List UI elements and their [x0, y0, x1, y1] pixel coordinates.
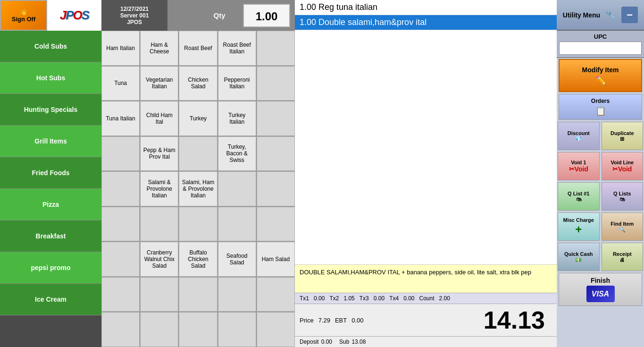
copy-icon: ⊞ — [620, 136, 624, 142]
qty-value[interactable]: 1.00 — [243, 4, 290, 27]
quick-cash-label: Quick Cash — [564, 251, 593, 257]
category-list: Cold Subs Hot Subs Hunting Specials Gril… — [0, 31, 101, 347]
category-hot-subs[interactable]: Hot Subs — [0, 62, 101, 94]
orders-button[interactable]: Orders — [559, 94, 642, 120]
category-breakfast[interactable]: Breakfast — [0, 220, 101, 252]
ebt-value: 0.00 — [351, 317, 363, 324]
orders-label: Orders — [591, 98, 610, 104]
menu-item-turkey[interactable]: Turkey — [179, 101, 217, 136]
menu-item-salami-ham-provolone[interactable]: Salami, Ham & Provolone Italian — [179, 171, 217, 206]
menu-item-empty-5 — [179, 136, 217, 171]
count-value: 2.00 — [439, 295, 450, 302]
order-list: 1.00 Reg tuna italian 1.00 Double salami… — [295, 0, 557, 264]
tx1-value: 0.00 — [314, 295, 325, 302]
category-pizza[interactable]: Pizza — [0, 189, 101, 220]
sign-off-icon: 👋 — [20, 8, 27, 16]
deposit-value: 0.00 — [321, 339, 332, 345]
category-grill-items[interactable]: Grill Items — [0, 126, 101, 157]
gem-icon: 💎 — [575, 136, 582, 142]
menu-item-empty-15 — [101, 242, 140, 277]
cash-icon: 💵 — [575, 257, 582, 263]
misc-charge-button[interactable]: Misc Charge — [558, 212, 600, 241]
menu-item-chicken-salad[interactable]: Chicken Salad — [179, 66, 217, 101]
receipt-button[interactable]: Receipt 🖨 — [602, 243, 644, 271]
menu-item-ham-salad[interactable]: Ham Salad — [257, 242, 295, 277]
category-ice-cream[interactable]: Ice Cream — [0, 284, 101, 315]
qlist-row: Q List #1 🛍 Q Lists 🛍 — [557, 181, 644, 212]
menu-item-empty-12 — [179, 207, 217, 242]
menu-item-empty-18 — [179, 277, 217, 312]
misc-finditem-row: Misc Charge Find Item 🔍 — [557, 212, 644, 242]
qlists-button[interactable]: Q Lists 🛍 — [602, 182, 644, 211]
menu-item-empty-3 — [257, 101, 295, 136]
tx4-label: Tx4 — [389, 295, 399, 302]
menu-item-child-ham[interactable]: Child Ham Ital — [140, 101, 178, 136]
menu-item-empty-23 — [179, 312, 217, 347]
category-cold-subs[interactable]: Cold Subs — [0, 31, 101, 62]
void-line-label: Void Line — [611, 160, 634, 165]
menu-item-roast-beef[interactable]: Roast Beef — [179, 31, 217, 66]
count-label: Count — [419, 295, 435, 302]
duplicate-button[interactable]: Duplicate ⊞ — [602, 122, 644, 150]
find-item-button[interactable]: Find Item 🔍 — [602, 212, 644, 241]
upc-label: UPC — [559, 33, 642, 40]
menu-item-empty-14 — [257, 207, 295, 242]
menu-item-turkey-bacon[interactable]: Turkey, Bacon & Swiss — [218, 136, 256, 171]
menu-item-empty-2 — [257, 66, 295, 101]
minus-button[interactable]: − — [621, 7, 638, 23]
utility-menu-button[interactable]: Utility Menu 🔧 − — [557, 0, 644, 31]
menu-item-empty-16 — [101, 277, 140, 312]
menu-item-tuna[interactable]: Tuna — [101, 66, 140, 101]
menu-item-ham-cheese[interactable]: Ham & Cheese — [140, 31, 178, 66]
menu-item-empty-24 — [218, 312, 256, 347]
menu-item-empty-13 — [218, 207, 256, 242]
category-pepsi-promo[interactable]: pepsi promo — [0, 252, 101, 284]
print-icon: 🖨 — [619, 257, 625, 262]
void1-icon: ✂Void — [569, 165, 588, 173]
category-hunting-specials[interactable]: Hunting Specials — [0, 94, 101, 126]
category-fried-foods[interactable]: Fried Foods — [0, 157, 101, 189]
void1-label: Void 1 — [571, 160, 586, 165]
finish-button[interactable]: Finish VISA — [559, 273, 642, 306]
menu-item-turkey-italian[interactable]: Turkey Italian — [218, 101, 256, 136]
duplicate-label: Duplicate — [611, 130, 634, 136]
menu-item-empty-8 — [218, 171, 256, 206]
menu-item-cranberry-walnut[interactable]: Cranberry Walnut Chix Salad — [140, 242, 178, 277]
receipt-label: Receipt — [613, 251, 632, 257]
menu-item-seafood-salad[interactable]: Seafood Salad — [218, 242, 256, 277]
qty-label: Qty — [201, 11, 238, 19]
menu-item-tuna-italian[interactable]: Tuna Italian — [101, 101, 140, 136]
utility-label: Utility Menu — [563, 11, 600, 19]
tx4-value: 0.00 — [403, 295, 414, 302]
plus-icon — [575, 223, 582, 236]
upc-input[interactable] — [559, 42, 642, 55]
sign-off-button[interactable]: 👋 Sign Off — [0, 0, 47, 31]
void1-button[interactable]: Void 1 ✂Void — [558, 152, 600, 180]
menu-item-salami-provolone[interactable]: Salami & Provolone Italian — [140, 171, 178, 206]
deposit-bar: Deposit 0.00 Sub 13.08 — [295, 336, 557, 347]
modify-item-label: Modify Item — [582, 66, 619, 74]
void-line-icon: ✂Void — [612, 165, 632, 173]
modify-item-button[interactable]: Modify Item — [559, 59, 642, 92]
menu-item-roast-beef-italian[interactable]: Roast Beef Italian — [218, 31, 256, 66]
order-row-1[interactable]: 1.00 Reg tuna italian — [295, 0, 557, 15]
discount-button[interactable]: Discount 💎 — [558, 122, 600, 150]
menu-item-buffalo-chicken[interactable]: Buffalo Chicken Salad — [179, 242, 217, 277]
void-row: Void 1 ✂Void Void Line ✂Void — [557, 151, 644, 181]
wrench-icon: 🔧 — [605, 9, 617, 21]
qlist1-button[interactable]: Q List #1 🛍 — [558, 182, 600, 211]
menu-item-ham-italian[interactable]: Ham Italian — [101, 31, 140, 66]
totals-bar: Tx1 0.00 Tx2 1.05 Tx3 0.00 Tx4 0.00 Coun… — [295, 293, 557, 304]
find-item-label: Find Item — [611, 221, 634, 227]
menu-item-empty-11 — [140, 207, 178, 242]
void-line-button[interactable]: Void Line ✂Void — [602, 152, 644, 180]
menu-item-pepperoni-italian[interactable]: Pepperoni Italian — [218, 66, 256, 101]
menu-item-empty-25 — [257, 312, 295, 347]
menu-item-vegetarian[interactable]: Vegetarian Italian — [140, 66, 178, 101]
order-row-2[interactable]: 1.00 Double salami,ham&prov ital — [295, 15, 557, 30]
menu-item-empty-4 — [101, 136, 140, 171]
menu-item-empty-7 — [101, 171, 140, 206]
quick-cash-button[interactable]: Quick Cash 💵 — [558, 243, 600, 271]
menu-item-pepp-ham[interactable]: Pepp & Ham Prov Ital — [140, 136, 178, 171]
quickcash-receipt-row: Quick Cash 💵 Receipt 🖨 — [557, 242, 644, 272]
